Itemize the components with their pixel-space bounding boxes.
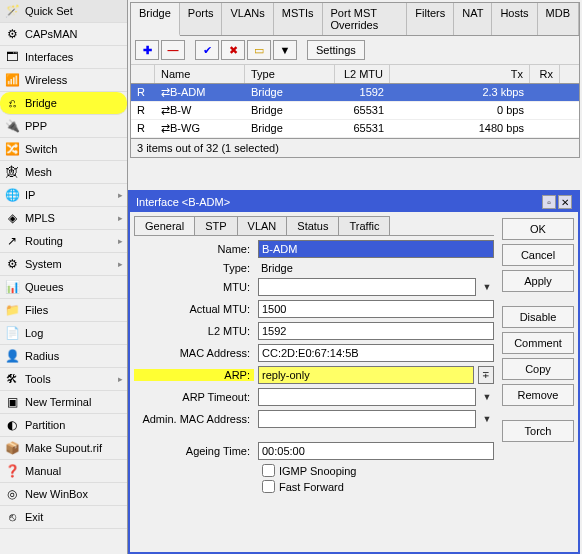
sidebar-item-bridge[interactable]: ⎌Bridge <box>0 92 127 115</box>
apply-button[interactable]: Apply <box>502 270 574 292</box>
l2mtu-input <box>258 322 494 340</box>
admin-mac-input[interactable] <box>258 410 476 428</box>
wand-icon: 🪄 <box>4 3 20 19</box>
col-l2mtu[interactable]: L2 MTU <box>335 65 390 83</box>
close-button[interactable]: ✕ <box>558 195 572 209</box>
sidebar-item-capsman[interactable]: ⚙CAPsMAN <box>0 23 127 46</box>
tab-bridge[interactable]: Bridge <box>131 3 180 36</box>
cancel-button[interactable]: Cancel <box>502 244 574 266</box>
filter-button[interactable]: ▼ <box>273 40 297 60</box>
expand-icon[interactable]: ▼ <box>480 410 494 428</box>
window-icon: 🗔 <box>4 49 20 65</box>
chevron-right-icon: ▸ <box>118 190 123 200</box>
dtab-vlan[interactable]: VLAN <box>237 216 288 235</box>
sidebar-item-tools[interactable]: 🛠Tools▸ <box>0 368 127 391</box>
dtab-status[interactable]: Status <box>286 216 339 235</box>
sidebar-item-switch[interactable]: 🔀Switch <box>0 138 127 161</box>
sidebar-item-system[interactable]: ⚙System▸ <box>0 253 127 276</box>
table-row[interactable]: R ⇄B-WG Bridge 65531 1480 bps <box>131 120 579 138</box>
col-name[interactable]: Name <box>155 65 245 83</box>
wifi-icon: 📶 <box>4 72 20 88</box>
user-icon: 👤 <box>4 348 20 364</box>
dialog-titlebar[interactable]: Interface <B-ADM> ▫ ✕ <box>130 192 578 212</box>
interface-dialog: Interface <B-ADM> ▫ ✕ General STP VLAN S… <box>128 190 580 554</box>
sidebar-item-terminal[interactable]: ▣New Terminal <box>0 391 127 414</box>
disable-button[interactable]: ✖ <box>221 40 245 60</box>
torch-button[interactable]: Torch <box>502 420 574 442</box>
sidebar-item-mpls[interactable]: ◈MPLS▸ <box>0 207 127 230</box>
tab-hosts[interactable]: Hosts <box>492 3 537 35</box>
name-input[interactable] <box>258 240 494 258</box>
sidebar-item-supout[interactable]: 📦Make Supout.rif <box>0 437 127 460</box>
copy-button[interactable]: Copy <box>502 358 574 380</box>
ageing-input[interactable] <box>258 442 494 460</box>
expand-icon[interactable]: ▼ <box>480 278 494 296</box>
bridge-icon: ⎌ <box>4 95 20 111</box>
tab-filters[interactable]: Filters <box>407 3 454 35</box>
tab-ports[interactable]: Ports <box>180 3 223 35</box>
chevron-right-icon: ▸ <box>118 213 123 223</box>
igmp-label: IGMP Snooping <box>279 465 356 477</box>
sidebar-item-ppp[interactable]: 🔌PPP <box>0 115 127 138</box>
remove-button[interactable]: — <box>161 40 185 60</box>
sidebar-item-partition[interactable]: ◐Partition <box>0 414 127 437</box>
arp-timeout-input[interactable] <box>258 388 476 406</box>
sidebar-item-mesh[interactable]: 🕸Mesh <box>0 161 127 184</box>
dialog-form: General STP VLAN Status Traffic Name: Ty… <box>130 212 498 552</box>
tab-mdb[interactable]: MDB <box>538 3 579 35</box>
sidebar-item-exit[interactable]: ⎋Exit <box>0 506 127 529</box>
sidebar: 🪄Quick Set ⚙CAPsMAN 🗔Interfaces 📶Wireles… <box>0 0 128 554</box>
sidebar-item-routing[interactable]: ↗Routing▸ <box>0 230 127 253</box>
remove-button[interactable]: Remove <box>502 384 574 406</box>
col-tx[interactable]: Tx <box>390 65 530 83</box>
tab-mstis[interactable]: MSTIs <box>274 3 323 35</box>
sidebar-item-newwinbox[interactable]: ◎New WinBox <box>0 483 127 506</box>
bridge-toolbar: ✚ — ✔ ✖ ▭ ▼ Settings <box>131 36 579 64</box>
sidebar-item-files[interactable]: 📁Files <box>0 299 127 322</box>
dtab-stp[interactable]: STP <box>194 216 237 235</box>
type-label: Type: <box>134 262 254 274</box>
tab-portmst[interactable]: Port MST Overrides <box>323 3 408 35</box>
ok-button[interactable]: OK <box>502 218 574 240</box>
settings-button[interactable]: Settings <box>307 40 365 60</box>
actual-mtu-input <box>258 300 494 318</box>
arp-dropdown-icon[interactable]: ∓ <box>478 366 494 384</box>
add-button[interactable]: ✚ <box>135 40 159 60</box>
minimize-button[interactable]: ▫ <box>542 195 556 209</box>
mtu-label: MTU: <box>134 281 254 293</box>
sidebar-item-log[interactable]: 📄Log <box>0 322 127 345</box>
igmp-checkbox[interactable] <box>262 464 275 477</box>
disable-button[interactable]: Disable <box>502 306 574 328</box>
mtu-input[interactable] <box>258 278 476 296</box>
arp-input[interactable] <box>258 366 474 384</box>
expand-icon[interactable]: ▼ <box>480 388 494 406</box>
switch-icon: 🔀 <box>4 141 20 157</box>
grid-body: R ⇄B-ADM Bridge 1592 2.3 kbps R ⇄B-W Bri… <box>131 84 579 138</box>
sidebar-item-quickset[interactable]: 🪄Quick Set <box>0 0 127 23</box>
help-icon: ❓ <box>4 463 20 479</box>
bridge-panel: Bridge Ports VLANs MSTIs Port MST Overri… <box>130 2 580 158</box>
fastfwd-checkbox[interactable] <box>262 480 275 493</box>
dtab-general[interactable]: General <box>134 216 195 235</box>
folder-icon: 📁 <box>4 302 20 318</box>
tab-nat[interactable]: NAT <box>454 3 492 35</box>
arp-label: ARP: <box>134 369 254 381</box>
tools-icon: 🛠 <box>4 371 20 387</box>
col-rx[interactable]: Rx <box>530 65 560 83</box>
tab-vlans[interactable]: VLANs <box>222 3 273 35</box>
table-row[interactable]: R ⇄B-ADM Bridge 1592 2.3 kbps <box>131 84 579 102</box>
comment-button[interactable]: ▭ <box>247 40 271 60</box>
sidebar-item-interfaces[interactable]: 🗔Interfaces <box>0 46 127 69</box>
sidebar-item-queues[interactable]: 📊Queues <box>0 276 127 299</box>
dtab-traffic[interactable]: Traffic <box>338 216 390 235</box>
sidebar-item-ip[interactable]: 🌐IP▸ <box>0 184 127 207</box>
col-type[interactable]: Type <box>245 65 335 83</box>
gear-icon: ⚙ <box>4 256 20 272</box>
enable-button[interactable]: ✔ <box>195 40 219 60</box>
sidebar-item-radius[interactable]: 👤Radius <box>0 345 127 368</box>
comment-button[interactable]: Comment <box>502 332 574 354</box>
table-row[interactable]: R ⇄B-W Bridge 65531 0 bps <box>131 102 579 120</box>
sidebar-item-manual[interactable]: ❓Manual <box>0 460 127 483</box>
col-flag[interactable] <box>131 65 155 83</box>
sidebar-item-wireless[interactable]: 📶Wireless <box>0 69 127 92</box>
